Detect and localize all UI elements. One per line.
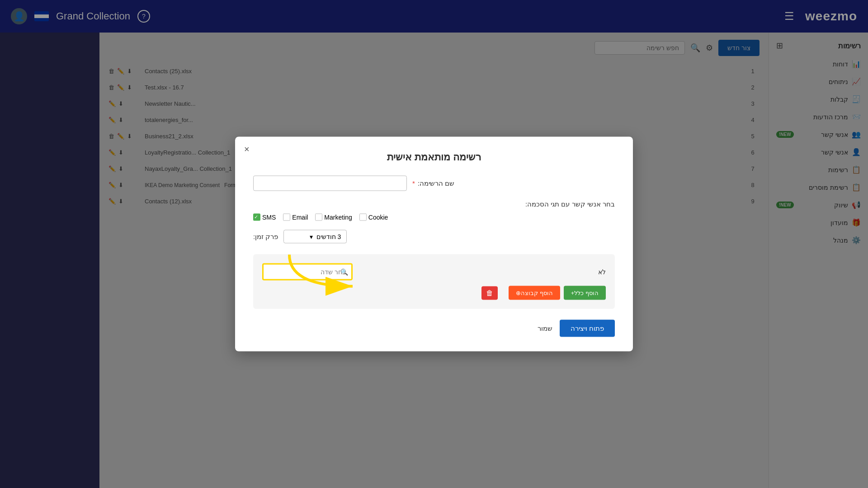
select-contacts-label: בחר אנשי קשר עם תגי הסכמה: [253, 200, 615, 208]
consent-tags-row: Cookie Marketing Email SMS [253, 214, 615, 221]
list-name-input[interactable] [253, 176, 407, 191]
period-select[interactable]: 3 חודשים ▾ [283, 230, 347, 244]
email-checkbox-box[interactable] [283, 214, 290, 221]
sms-checkbox-box[interactable] [253, 214, 260, 221]
list-name-label: שם הרשימה: * [412, 179, 454, 188]
add-group-button[interactable]: הוסף קבוצה⊕ [509, 286, 560, 300]
contacts-section-top: לא 🔍 [262, 263, 606, 281]
list-name-row: שם הרשימה: * [253, 176, 615, 191]
period-label: פרק זמן: [253, 233, 278, 241]
cookie-checkbox[interactable]: Cookie [359, 214, 388, 221]
modal-close-button[interactable]: × [244, 144, 250, 155]
sms-checkbox[interactable]: SMS [253, 214, 276, 221]
delete-item-button[interactable]: 🗑 [481, 286, 498, 300]
cookie-checkbox-box[interactable] [359, 214, 367, 221]
search-field-icon: 🔍 [340, 268, 348, 276]
save-button[interactable]: שמור [538, 324, 552, 333]
no-label: לא [598, 268, 606, 276]
search-field[interactable] [262, 263, 353, 281]
delete-item-area: 🗑 [481, 286, 498, 300]
open-create-button[interactable]: פתוח ויצירה [560, 320, 615, 337]
modal-footer-buttons: פתוח ויצירה שמור [253, 320, 615, 337]
chevron-down-icon: ▾ [310, 233, 313, 240]
search-field-container: 🔍 [262, 263, 353, 281]
contacts-action-buttons: הוסף כלל+ הוסף קבוצה⊕ 🗑 [262, 286, 606, 300]
marketing-checkbox[interactable]: Marketing [315, 214, 352, 221]
email-checkbox[interactable]: Email [283, 214, 308, 221]
modal-dialog: × רשימה מותאמת אישית שם הרשימה: * בחר אנ… [235, 137, 633, 352]
add-all-button[interactable]: הוסף כלל+ [564, 286, 606, 300]
modal-title: רשימה מותאמת אישית [253, 151, 615, 163]
contacts-section: לא 🔍 הוסף כלל+ הוסף קבוצה⊕ 🗑 [253, 254, 615, 309]
marketing-checkbox-box[interactable] [315, 214, 322, 221]
period-row: 3 חודשים ▾ פרק זמן: [253, 230, 615, 244]
